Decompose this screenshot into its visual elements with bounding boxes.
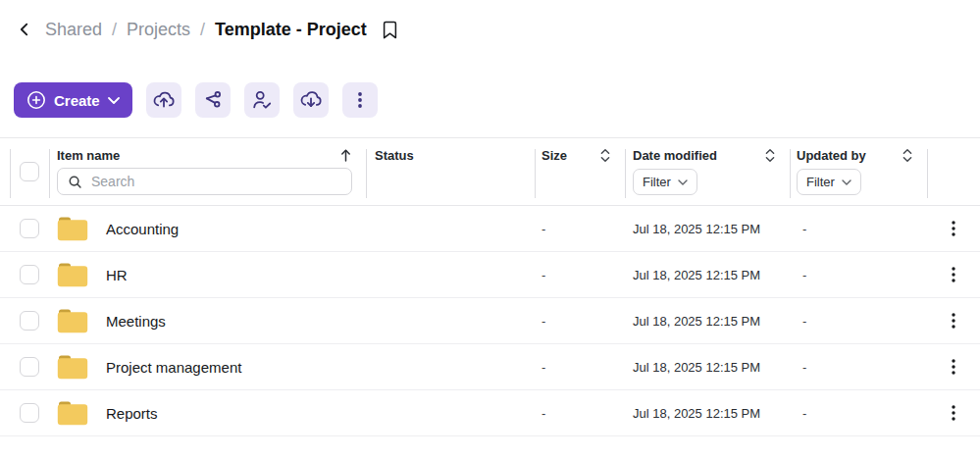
size-cell: -: [535, 222, 625, 236]
filter-button-label: Filter: [806, 175, 835, 189]
kebab-menu-icon: [348, 88, 372, 112]
sort-updown-icon[interactable]: [764, 148, 776, 163]
kebab-menu-icon: [952, 405, 955, 421]
more-options-button[interactable]: [342, 82, 378, 118]
folder-icon: [57, 400, 88, 426]
select-all-checkbox[interactable]: [20, 162, 39, 181]
row-checkbox[interactable]: [20, 265, 39, 284]
updated-by-cell: -: [790, 406, 927, 421]
date-modified-cell: Jul 18, 2025 12:15 PM: [625, 406, 790, 421]
search-icon: [68, 175, 82, 189]
date-modified-cell: Jul 18, 2025 12:15 PM: [625, 222, 790, 236]
bookmark-button[interactable]: [381, 20, 399, 40]
updated-by-filter-button[interactable]: Filter: [797, 169, 861, 195]
item-name-cell[interactable]: Reports: [49, 400, 366, 426]
header-actions: [927, 138, 980, 205]
column-label-updated-by[interactable]: Updated by: [797, 148, 866, 163]
item-name-cell[interactable]: HR: [49, 262, 366, 287]
share-icon: [202, 89, 224, 111]
column-label-item-name[interactable]: Item name: [57, 148, 120, 163]
sort-updown-icon[interactable]: [599, 148, 611, 163]
column-label-size[interactable]: Size: [542, 148, 567, 163]
folder-icon: [57, 262, 88, 287]
row-actions-cell: [927, 401, 980, 425]
column-label-date-modified[interactable]: Date modified: [633, 148, 717, 163]
breadcrumb-item-projects[interactable]: Projects: [127, 20, 190, 40]
item-name-cell[interactable]: Meetings: [49, 308, 366, 333]
updated-by-cell: -: [790, 222, 927, 236]
chevron-down-icon: [842, 179, 851, 185]
item-name-cell[interactable]: Accounting: [49, 216, 366, 241]
chevron-down-icon: [108, 97, 120, 104]
table-row[interactable]: Project management - Jul 18, 2025 12:15 …: [0, 344, 980, 390]
row-checkbox-cell: [10, 265, 49, 284]
header-checkbox-cell: [10, 138, 49, 205]
date-filter-button[interactable]: Filter: [633, 169, 697, 195]
chevron-down-icon: [678, 179, 688, 185]
search-input[interactable]: [91, 174, 341, 189]
sort-ascending-icon[interactable]: [339, 148, 352, 163]
date-modified-cell: Jul 18, 2025 12:15 PM: [625, 268, 790, 282]
header-date-modified: Date modified Filter: [625, 138, 790, 205]
table-row[interactable]: Reports - Jul 18, 2025 12:15 PM -: [0, 390, 980, 436]
header-updated-by: Updated by Filter: [790, 138, 927, 205]
row-actions-cell: [927, 217, 980, 240]
item-name-label: Reports: [106, 405, 158, 422]
plus-circle-icon: [26, 90, 46, 110]
cloud-download-icon: [299, 88, 323, 112]
breadcrumb-item-shared[interactable]: Shared: [45, 20, 102, 40]
row-actions-cell: [927, 309, 980, 332]
row-more-options-button[interactable]: [946, 263, 961, 286]
kebab-menu-icon: [952, 359, 955, 375]
item-name-label: Project management: [106, 359, 241, 376]
table-row[interactable]: HR - Jul 18, 2025 12:15 PM -: [0, 252, 980, 298]
item-name-label: Accounting: [106, 221, 179, 237]
breadcrumb-separator: /: [112, 20, 117, 40]
column-label-status[interactable]: Status: [375, 148, 414, 163]
breadcrumb: Shared / Projects / Template - Project: [0, 0, 980, 43]
table-row[interactable]: Meetings - Jul 18, 2025 12:15 PM -: [0, 298, 980, 344]
user-check-icon: [250, 88, 274, 112]
row-more-options-button[interactable]: [946, 309, 961, 332]
upload-button[interactable]: [146, 82, 181, 118]
share-button[interactable]: [195, 82, 231, 118]
breadcrumb-separator: /: [200, 20, 205, 40]
row-more-options-button[interactable]: [946, 401, 961, 425]
create-button[interactable]: Create: [14, 82, 132, 118]
table-body: Accounting - Jul 18, 2025 12:15 PM - HR …: [0, 206, 980, 436]
header-spacer: [0, 138, 10, 205]
row-checkbox[interactable]: [20, 219, 39, 238]
date-modified-cell: Jul 18, 2025 12:15 PM: [625, 360, 790, 375]
row-checkbox-cell: [10, 357, 49, 377]
row-actions-cell: [927, 263, 980, 286]
create-button-label: Create: [54, 92, 100, 109]
row-checkbox[interactable]: [20, 403, 39, 423]
file-table: Item name Status Size: [0, 137, 980, 436]
sort-updown-icon[interactable]: [902, 148, 913, 163]
back-button[interactable]: [14, 21, 35, 38]
kebab-menu-icon: [952, 267, 955, 282]
row-checkbox[interactable]: [20, 311, 39, 331]
toolbar: Create: [14, 82, 980, 118]
cloud-upload-icon: [152, 88, 176, 112]
kebab-menu-icon: [952, 221, 955, 236]
kebab-menu-icon: [952, 313, 955, 329]
download-button[interactable]: [293, 82, 329, 118]
manage-collaborators-button[interactable]: [244, 82, 280, 118]
page-title: Template - Project: [215, 20, 367, 40]
item-name-label: Meetings: [106, 313, 166, 330]
search-box: [57, 168, 352, 195]
updated-by-cell: -: [790, 268, 927, 282]
header-item-name: Item name: [49, 138, 366, 205]
size-cell: -: [535, 268, 625, 282]
updated-by-cell: -: [790, 314, 927, 329]
item-name-label: HR: [106, 267, 128, 283]
header-size: Size: [535, 138, 625, 205]
item-name-cell[interactable]: Project management: [49, 354, 366, 380]
table-row[interactable]: Accounting - Jul 18, 2025 12:15 PM -: [0, 206, 980, 252]
row-more-options-button[interactable]: [946, 217, 961, 240]
row-checkbox[interactable]: [20, 357, 39, 377]
header-status: Status: [366, 138, 535, 205]
row-more-options-button[interactable]: [946, 355, 961, 379]
row-checkbox-cell: [10, 219, 49, 238]
